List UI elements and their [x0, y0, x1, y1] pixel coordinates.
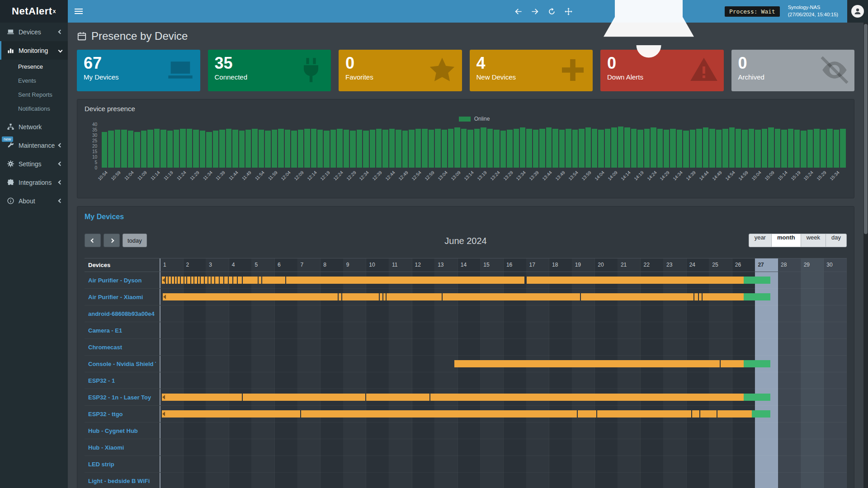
device-name-cell: Chromecast [85, 339, 160, 355]
device-link[interactable]: Chromecast [88, 344, 122, 351]
chart-bar-icon [7, 47, 14, 54]
device-link[interactable]: Air Purifier - Dyson [88, 277, 142, 284]
offline-tick [693, 293, 694, 300]
device-link[interactable]: LED strip [88, 461, 114, 468]
calendar-prev-button[interactable] [85, 234, 101, 247]
stat-card-new-devices[interactable]: 4New Devices [470, 50, 593, 91]
device-link[interactable]: ESP32 - 1 [88, 377, 115, 384]
sidebar-item-label: About [19, 197, 55, 205]
sidebar-item-integrations[interactable]: Integrations [0, 173, 68, 192]
device-link[interactable]: Air Purifier - Xiaomi [88, 294, 143, 300]
sidebar-item-monitoring[interactable]: Monitoring [0, 41, 68, 60]
presence-timeline-bar[interactable] [744, 293, 770, 300]
sidebar-subitem-events[interactable]: Events [0, 74, 68, 88]
device-link[interactable]: Console - Nvidia Shield TV [88, 361, 156, 367]
move-icon[interactable] [564, 7, 573, 16]
offline-tick [300, 410, 301, 418]
calendar-today-button[interactable]: today [123, 234, 147, 247]
presence-timeline-bar[interactable] [744, 394, 770, 401]
sidebar-item-about[interactable]: About [0, 192, 68, 210]
sidebar-item-network[interactable]: Network [0, 117, 68, 136]
device-timeline [160, 406, 847, 422]
calendar-view-day-button[interactable]: day [826, 234, 847, 247]
chart-bar [298, 130, 303, 168]
device-timeline-row: ESP32 - 1 [85, 372, 847, 389]
stat-card-connected[interactable]: 35Connected [208, 50, 331, 91]
sidebar-item-label: Settings [19, 160, 55, 168]
presence-timeline-bar[interactable] [752, 410, 770, 418]
stat-card-favorites[interactable]: 0Favorites [339, 50, 462, 91]
chart-bar [265, 131, 270, 168]
offline-tick [699, 410, 700, 418]
presence-timeline-bar[interactable] [162, 394, 744, 401]
device-link[interactable]: Camera - E1 [88, 327, 122, 334]
y-tick-label: 35 [92, 127, 97, 132]
chart-bar [187, 129, 192, 168]
presence-timeline-bar[interactable] [744, 277, 770, 284]
offline-tick [214, 277, 215, 284]
refresh-icon[interactable] [547, 7, 556, 16]
calendar-view-year-button[interactable]: year [749, 234, 772, 247]
continues-left-arrow-icon [163, 295, 166, 299]
sidebar-subitem-sent-reports[interactable]: Sent Reports [0, 88, 68, 102]
sidebar-subitem-presence[interactable]: Presence [0, 60, 68, 74]
device-name-cell: Air Purifier - Xiaomi [85, 289, 160, 305]
chart-bar [605, 129, 610, 168]
x-tick-label: 14:59 [737, 170, 749, 181]
sidebar-subitem-notifications[interactable]: Notifications [0, 102, 68, 116]
sidebar-item-label: Devices [19, 28, 55, 36]
chart-bar [736, 129, 741, 168]
device-link[interactable]: android-68608b93a00e4 [88, 310, 155, 317]
sidebar-toggle-button[interactable] [68, 0, 90, 23]
notifications-button[interactable]: 15 [581, 0, 717, 79]
presence-timeline-bar[interactable] [454, 360, 744, 367]
continues-left-arrow-icon [162, 412, 165, 416]
presence-timeline-bar[interactable] [744, 360, 770, 367]
info-icon [7, 197, 14, 205]
offline-tick [186, 277, 187, 284]
nav-forward-icon[interactable] [531, 7, 539, 16]
device-link[interactable]: Hub - Cygnet Hub [88, 427, 138, 434]
app-logo[interactable]: NetAlertx [0, 0, 68, 23]
presence-timeline-bar[interactable] [163, 293, 744, 300]
stat-card-archived[interactable]: 0Archived [731, 50, 855, 91]
day-header: 6 [275, 258, 298, 272]
device-timeline [160, 439, 847, 455]
calendar-view-week-button[interactable]: week [801, 234, 826, 247]
host-name: Synology-NAS [788, 4, 838, 11]
sidebar-item-settings[interactable]: Settings [0, 155, 68, 173]
device-link[interactable]: ESP32 - ttgo [88, 411, 123, 418]
x-tick-label: 11:49 [241, 170, 252, 181]
device-link[interactable]: ESP32 - 1n - Laser Toy [88, 394, 151, 401]
x-tick-label: 15:24 [803, 170, 814, 181]
nav-back-icon[interactable] [514, 7, 523, 16]
sidebar-item-devices[interactable]: Devices [0, 23, 68, 41]
my-devices-panel: My Devices today June 2024 yearmonthweek… [77, 206, 854, 488]
chart-bar [193, 130, 198, 168]
chart-bar [749, 129, 754, 168]
page-scrollbar-thumb[interactable] [864, 24, 868, 234]
day-header: 1 [160, 258, 184, 272]
presence-timeline-bar[interactable] [527, 277, 744, 284]
device-name-cell: Light - bedside B WiFi [85, 473, 160, 488]
process-status-badge[interactable]: Process: Wait [725, 6, 780, 17]
presence-timeline-bar[interactable] [162, 277, 524, 284]
x-tick-label: 11:39 [215, 170, 226, 181]
sidebar-item-maintenance[interactable]: Maintenancenew [0, 136, 68, 155]
chart-bar [442, 130, 447, 168]
device-link[interactable]: Hub - Xiaomi [88, 444, 124, 451]
calendar-view-month-button[interactable]: month [771, 234, 801, 247]
calendar-next-button[interactable] [104, 234, 120, 247]
device-name-cell: ESP32 - ttgo [85, 406, 160, 422]
presence-timeline-bar[interactable] [162, 410, 752, 418]
x-tick-label: 12:19 [319, 170, 330, 181]
avatar [851, 5, 864, 18]
x-tick-label: 15:29 [816, 170, 827, 181]
user-menu-button[interactable] [847, 0, 868, 23]
chart-bar [429, 130, 434, 168]
chart-bar [533, 130, 538, 168]
device-link[interactable]: Light - bedside B WiFi [88, 478, 150, 484]
stat-card-my-devices[interactable]: 67My Devices [77, 50, 200, 91]
offline-tick [171, 277, 172, 284]
chart-bar [357, 130, 362, 168]
